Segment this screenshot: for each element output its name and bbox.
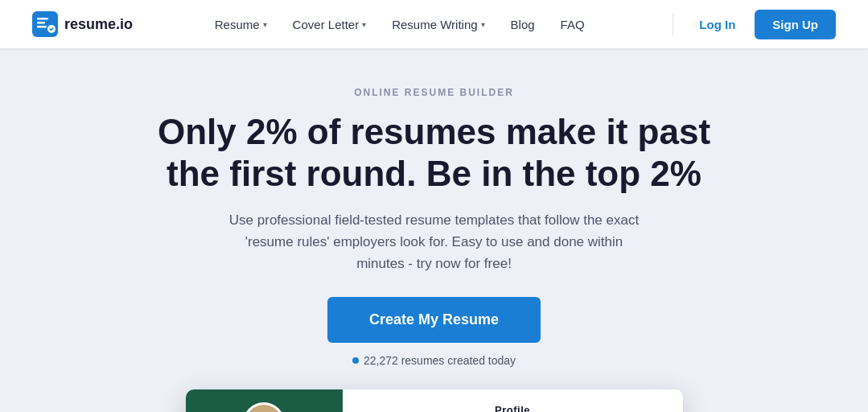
nav-item-resume[interactable]: Resume ▾ [205, 11, 277, 38]
hero-section: ONLINE RESUME BUILDER Only 2% of resumes… [0, 48, 868, 412]
avatar [243, 402, 285, 412]
nav-item-cover-letter[interactable]: Cover Letter ▾ [283, 11, 376, 38]
navbar: resume.io Resume ▾ Cover Letter ▾ Resume… [0, 0, 868, 48]
main-nav: Resume ▾ Cover Letter ▾ Resume Writing ▾… [205, 11, 594, 38]
create-resume-button[interactable]: Create My Resume [327, 297, 541, 343]
svg-rect-1 [37, 18, 48, 20]
logo-text: resume.io [64, 16, 133, 33]
svg-rect-0 [32, 11, 58, 37]
logo-icon [32, 11, 58, 37]
hero-stat: 22,272 resumes created today [352, 354, 516, 367]
nav-item-blog[interactable]: Blog [501, 11, 545, 38]
logo-link[interactable]: resume.io [32, 11, 133, 37]
svg-rect-2 [37, 22, 45, 24]
nav-item-resume-writing[interactable]: Resume Writing ▾ [382, 11, 494, 38]
hero-subtitle: Use professional field-tested resume tem… [225, 209, 644, 275]
resume-profile-title: Profile [360, 404, 665, 412]
nav-item-faq[interactable]: FAQ [551, 11, 594, 38]
resume-sidebar [186, 389, 343, 412]
resume-body: Profile Dedicated Customer Service Repre… [343, 389, 683, 412]
avatar-image [247, 408, 281, 412]
navbar-actions: Log In Sign Up [666, 10, 836, 39]
signup-button[interactable]: Sign Up [755, 10, 836, 39]
stat-text: 22,272 resumes created today [364, 354, 516, 367]
hero-title: Only 2% of resumes make it past the firs… [153, 111, 716, 195]
resume-preview-wrapper: Profile Dedicated Customer Service Repre… [16, 389, 852, 412]
svg-rect-3 [37, 26, 47, 28]
chevron-down-icon: ▾ [481, 20, 485, 29]
resume-card: Profile Dedicated Customer Service Repre… [186, 389, 683, 412]
chevron-down-icon: ▾ [362, 20, 366, 29]
chevron-down-icon: ▾ [263, 20, 267, 29]
nav-divider [673, 13, 673, 35]
login-button[interactable]: Log In [689, 11, 745, 38]
hero-eyebrow: ONLINE RESUME BUILDER [354, 87, 514, 98]
stat-dot-icon [352, 357, 359, 364]
